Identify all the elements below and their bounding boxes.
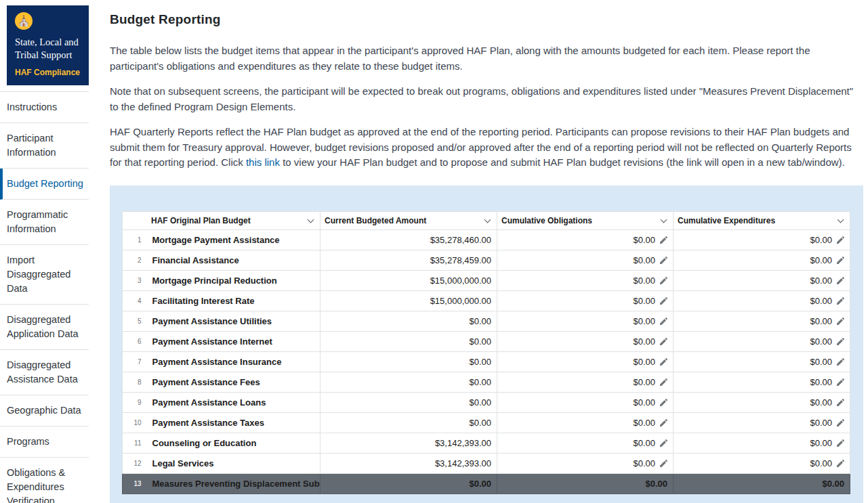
page-title: Budget Reporting (110, 12, 863, 27)
budget-item-name: Payment Assistance Fees (148, 372, 321, 392)
sidebar-item-programs[interactable]: Programs (0, 427, 89, 458)
edit-icon[interactable] (837, 338, 844, 345)
current-budgeted-amount: $3,142,393.00 (321, 433, 497, 453)
edit-icon[interactable] (660, 358, 667, 366)
budget-item-name: Legal Services (148, 453, 321, 473)
sidebar-item-import-disaggregated-data[interactable]: Import Disaggregated Data (0, 245, 89, 305)
chevron-down-icon[interactable] (484, 216, 491, 223)
cumulative-expenditures: $0.00 (674, 433, 850, 453)
edit-icon[interactable] (837, 236, 844, 244)
row-number: 7 (123, 351, 148, 372)
cumulative-expenditures-value: $0.00 (810, 397, 832, 408)
cumulative-expenditures-value: $0.00 (810, 296, 832, 306)
intro-paragraph-1: The table below lists the budget items t… (110, 43, 863, 74)
current-budgeted-amount: $35,278,460.00 (321, 229, 497, 250)
main-content: Budget Reporting The table below lists t… (89, 0, 868, 503)
current-budgeted-amount: $3,142,393.00 (321, 453, 497, 473)
edit-icon[interactable] (660, 297, 667, 305)
edit-icon[interactable] (837, 460, 844, 467)
table-row: 3Mortgage Principal Reduction$15,000,000… (123, 270, 850, 290)
sidebar-item-disaggregated-application-data[interactable]: Disaggregated Application Data (0, 305, 89, 350)
edit-icon[interactable] (660, 257, 667, 264)
edit-icon[interactable] (837, 399, 844, 406)
row-number: 1 (123, 229, 148, 250)
edit-icon[interactable] (660, 318, 667, 325)
row-number: 2 (123, 250, 148, 270)
table-row: 7Payment Assistance Insurance$0.00$0.00$… (123, 351, 850, 372)
cumulative-obligations-value: $0.00 (633, 357, 655, 367)
current-budgeted-amount: $0.00 (321, 392, 497, 412)
column-header[interactable]: HAF Original Plan Budget (123, 211, 321, 229)
org-name-line1: State, Local and (15, 37, 79, 47)
cumulative-obligations: $0.00 (497, 453, 674, 473)
edit-icon[interactable] (660, 236, 667, 244)
cumulative-obligations: $0.00 (497, 311, 674, 331)
table-row: 10Payment Assistance Taxes$0.00$0.00$0.0… (123, 412, 850, 433)
column-header[interactable]: Current Budgeted Amount (321, 211, 497, 229)
cumulative-expenditures-value: $0.00 (810, 235, 832, 245)
chevron-down-icon[interactable] (661, 216, 667, 223)
cumulative-expenditures: $0.00 (674, 392, 850, 412)
intro-paragraph-3: HAF Quarterly Reports reflect the HAF Pl… (110, 125, 863, 171)
chevron-down-icon[interactable] (838, 216, 844, 223)
sidebar-item-participant-information[interactable]: Participant Information (0, 123, 89, 169)
edit-icon[interactable] (660, 378, 667, 386)
edit-icon[interactable] (837, 277, 844, 284)
cumulative-expenditures: $0.00 (674, 351, 850, 372)
cumulative-obligations: $0.00 (497, 250, 674, 270)
current-budgeted-amount: $35,278,459.00 (321, 250, 497, 270)
sidebar-item-instructions[interactable]: Instructions (0, 92, 89, 123)
budget-item-name: Counseling or Education (148, 433, 321, 453)
edit-icon[interactable] (660, 419, 667, 427)
cumulative-expenditures-value: $0.00 (810, 438, 832, 448)
edit-icon[interactable] (837, 439, 844, 447)
table-row: 6Payment Assistance Internet$0.00$0.00$0… (123, 331, 850, 351)
edit-icon[interactable] (837, 419, 844, 427)
column-header-label: Current Budgeted Amount (325, 216, 426, 225)
sidebar-item-geographic-data[interactable]: Geographic Data (0, 395, 89, 427)
subtotal-row: 13Measures Preventing Displacement Subto… (123, 473, 850, 494)
cumulative-obligations-value: $0.00 (633, 458, 655, 468)
current-budgeted-amount: $0.00 (321, 473, 497, 494)
edit-icon[interactable] (660, 439, 667, 447)
budget-table-panel: HAF Original Plan BudgetCurrent Budgeted… (110, 185, 863, 503)
cumulative-obligations-value: $0.00 (633, 418, 655, 428)
table-row: 2Financial Assistance$35,278,459.00$0.00… (123, 250, 850, 270)
column-header[interactable]: Cumulative Obligations (497, 211, 674, 229)
sidebar-item-programmatic-information[interactable]: Programmatic Information (0, 200, 89, 245)
edit-icon[interactable] (660, 460, 667, 467)
cumulative-obligations-value: $0.00 (633, 296, 655, 306)
budget-item-name: Mortgage Principal Reduction (148, 270, 321, 290)
budget-item-name: Payment Assistance Insurance (148, 351, 321, 372)
edit-icon[interactable] (660, 399, 667, 406)
column-header[interactable]: Cumulative Expenditures (674, 211, 850, 229)
cumulative-expenditures: $0.00 (674, 229, 850, 250)
edit-icon[interactable] (660, 338, 667, 345)
cumulative-obligations: $0.00 (497, 433, 674, 453)
sidebar-item-disaggregated-assistance-data[interactable]: Disaggregated Assistance Data (0, 350, 89, 395)
table-row: 8Payment Assistance Fees$0.00$0.00$0.00 (123, 372, 850, 392)
sidebar-item-budget-reporting[interactable]: Budget Reporting (0, 169, 89, 200)
cumulative-obligations: $0.00 (497, 331, 674, 351)
row-number: 12 (123, 453, 148, 473)
edit-icon[interactable] (837, 257, 844, 264)
edit-icon[interactable] (660, 277, 667, 284)
column-header-label: Cumulative Expenditures (678, 216, 775, 225)
edit-icon[interactable] (837, 358, 844, 366)
table-header-row: HAF Original Plan BudgetCurrent Budgeted… (123, 211, 850, 229)
sidebar-item-obligations-expenditures-verification[interactable]: Obligations & Expenditures Verification (0, 458, 89, 503)
intro-paragraph-2: Note that on subsequent screens, the par… (110, 84, 863, 114)
treasury-seal-icon: ⛪ (15, 12, 33, 30)
budget-item-name: Payment Assistance Loans (148, 392, 321, 412)
edit-icon[interactable] (837, 378, 844, 386)
edit-icon[interactable] (837, 318, 844, 325)
cumulative-obligations: $0.00 (497, 351, 674, 372)
edit-icon[interactable] (837, 297, 844, 305)
budget-item-name: Payment Assistance Utilities (148, 311, 321, 331)
table-row: 5Payment Assistance Utilities$0.00$0.00$… (123, 311, 850, 331)
cumulative-obligations: $0.00 (497, 372, 674, 392)
cumulative-expenditures-value: $0.00 (810, 377, 832, 387)
table-row: 4Facilitating Interest Rate$15,000,000.0… (123, 290, 850, 311)
chevron-down-icon[interactable] (308, 216, 314, 223)
haf-plan-budget-link[interactable]: this link (246, 156, 280, 168)
